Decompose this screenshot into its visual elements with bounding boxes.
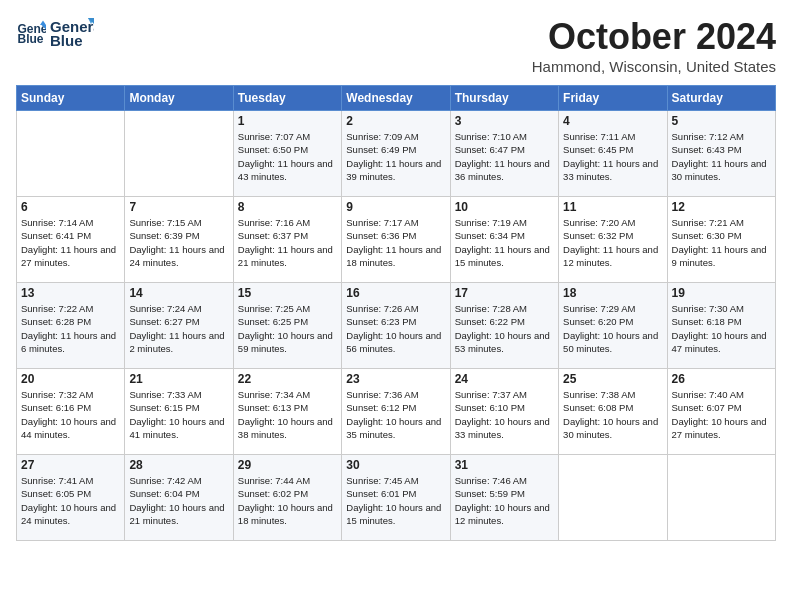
day-info: Sunrise: 7:20 AM Sunset: 6:32 PM Dayligh…: [563, 216, 662, 269]
day-info: Sunrise: 7:30 AM Sunset: 6:18 PM Dayligh…: [672, 302, 771, 355]
day-cell-2-0: 13Sunrise: 7:22 AM Sunset: 6:28 PM Dayli…: [17, 283, 125, 369]
day-info: Sunrise: 7:34 AM Sunset: 6:13 PM Dayligh…: [238, 388, 337, 441]
day-cell-3-2: 22Sunrise: 7:34 AM Sunset: 6:13 PM Dayli…: [233, 369, 341, 455]
day-cell-1-2: 8Sunrise: 7:16 AM Sunset: 6:37 PM Daylig…: [233, 197, 341, 283]
month-title: October 2024: [532, 16, 776, 58]
day-cell-3-1: 21Sunrise: 7:33 AM Sunset: 6:15 PM Dayli…: [125, 369, 233, 455]
week-row-1: 1Sunrise: 7:07 AM Sunset: 6:50 PM Daylig…: [17, 111, 776, 197]
day-cell-3-5: 25Sunrise: 7:38 AM Sunset: 6:08 PM Dayli…: [559, 369, 667, 455]
day-number: 2: [346, 114, 445, 128]
day-info: Sunrise: 7:11 AM Sunset: 6:45 PM Dayligh…: [563, 130, 662, 183]
day-info: Sunrise: 7:19 AM Sunset: 6:34 PM Dayligh…: [455, 216, 554, 269]
day-number: 4: [563, 114, 662, 128]
day-info: Sunrise: 7:32 AM Sunset: 6:16 PM Dayligh…: [21, 388, 120, 441]
day-info: Sunrise: 7:17 AM Sunset: 6:36 PM Dayligh…: [346, 216, 445, 269]
day-number: 1: [238, 114, 337, 128]
day-number: 26: [672, 372, 771, 386]
day-cell-0-1: [125, 111, 233, 197]
day-cell-1-4: 10Sunrise: 7:19 AM Sunset: 6:34 PM Dayli…: [450, 197, 558, 283]
day-number: 27: [21, 458, 120, 472]
logo: General Blue General Blue: [16, 16, 94, 52]
day-cell-1-1: 7Sunrise: 7:15 AM Sunset: 6:39 PM Daylig…: [125, 197, 233, 283]
day-number: 11: [563, 200, 662, 214]
day-number: 25: [563, 372, 662, 386]
day-cell-4-5: [559, 455, 667, 541]
day-number: 5: [672, 114, 771, 128]
day-number: 31: [455, 458, 554, 472]
day-cell-0-6: 5Sunrise: 7:12 AM Sunset: 6:43 PM Daylig…: [667, 111, 775, 197]
day-info: Sunrise: 7:21 AM Sunset: 6:30 PM Dayligh…: [672, 216, 771, 269]
day-info: Sunrise: 7:07 AM Sunset: 6:50 PM Dayligh…: [238, 130, 337, 183]
day-info: Sunrise: 7:46 AM Sunset: 5:59 PM Dayligh…: [455, 474, 554, 527]
header-thursday: Thursday: [450, 86, 558, 111]
day-cell-4-0: 27Sunrise: 7:41 AM Sunset: 6:05 PM Dayli…: [17, 455, 125, 541]
svg-text:Blue: Blue: [18, 32, 44, 46]
week-row-2: 6Sunrise: 7:14 AM Sunset: 6:41 PM Daylig…: [17, 197, 776, 283]
day-number: 14: [129, 286, 228, 300]
day-info: Sunrise: 7:41 AM Sunset: 6:05 PM Dayligh…: [21, 474, 120, 527]
day-info: Sunrise: 7:42 AM Sunset: 6:04 PM Dayligh…: [129, 474, 228, 527]
day-number: 3: [455, 114, 554, 128]
day-info: Sunrise: 7:37 AM Sunset: 6:10 PM Dayligh…: [455, 388, 554, 441]
day-info: Sunrise: 7:40 AM Sunset: 6:07 PM Dayligh…: [672, 388, 771, 441]
day-cell-1-0: 6Sunrise: 7:14 AM Sunset: 6:41 PM Daylig…: [17, 197, 125, 283]
day-number: 16: [346, 286, 445, 300]
day-cell-2-5: 18Sunrise: 7:29 AM Sunset: 6:20 PM Dayli…: [559, 283, 667, 369]
day-info: Sunrise: 7:45 AM Sunset: 6:01 PM Dayligh…: [346, 474, 445, 527]
day-number: 29: [238, 458, 337, 472]
day-cell-2-2: 15Sunrise: 7:25 AM Sunset: 6:25 PM Dayli…: [233, 283, 341, 369]
header-tuesday: Tuesday: [233, 86, 341, 111]
day-number: 8: [238, 200, 337, 214]
day-cell-3-0: 20Sunrise: 7:32 AM Sunset: 6:16 PM Dayli…: [17, 369, 125, 455]
day-number: 17: [455, 286, 554, 300]
day-cell-1-6: 12Sunrise: 7:21 AM Sunset: 6:30 PM Dayli…: [667, 197, 775, 283]
header-friday: Friday: [559, 86, 667, 111]
week-row-3: 13Sunrise: 7:22 AM Sunset: 6:28 PM Dayli…: [17, 283, 776, 369]
day-info: Sunrise: 7:10 AM Sunset: 6:47 PM Dayligh…: [455, 130, 554, 183]
day-cell-3-6: 26Sunrise: 7:40 AM Sunset: 6:07 PM Dayli…: [667, 369, 775, 455]
header-wednesday: Wednesday: [342, 86, 450, 111]
logo-graphic: General Blue: [50, 16, 94, 52]
day-number: 15: [238, 286, 337, 300]
day-info: Sunrise: 7:26 AM Sunset: 6:23 PM Dayligh…: [346, 302, 445, 355]
day-cell-0-0: [17, 111, 125, 197]
day-cell-3-4: 24Sunrise: 7:37 AM Sunset: 6:10 PM Dayli…: [450, 369, 558, 455]
day-cell-2-1: 14Sunrise: 7:24 AM Sunset: 6:27 PM Dayli…: [125, 283, 233, 369]
day-cell-0-4: 3Sunrise: 7:10 AM Sunset: 6:47 PM Daylig…: [450, 111, 558, 197]
svg-text:Blue: Blue: [50, 32, 83, 49]
header-sunday: Sunday: [17, 86, 125, 111]
day-number: 23: [346, 372, 445, 386]
title-area: October 2024 Hammond, Wisconsin, United …: [532, 16, 776, 75]
day-number: 18: [563, 286, 662, 300]
day-cell-4-6: [667, 455, 775, 541]
day-cell-0-3: 2Sunrise: 7:09 AM Sunset: 6:49 PM Daylig…: [342, 111, 450, 197]
day-number: 21: [129, 372, 228, 386]
day-cell-0-2: 1Sunrise: 7:07 AM Sunset: 6:50 PM Daylig…: [233, 111, 341, 197]
day-info: Sunrise: 7:24 AM Sunset: 6:27 PM Dayligh…: [129, 302, 228, 355]
day-info: Sunrise: 7:14 AM Sunset: 6:41 PM Dayligh…: [21, 216, 120, 269]
day-cell-4-3: 30Sunrise: 7:45 AM Sunset: 6:01 PM Dayli…: [342, 455, 450, 541]
header-monday: Monday: [125, 86, 233, 111]
day-number: 13: [21, 286, 120, 300]
day-number: 9: [346, 200, 445, 214]
day-number: 28: [129, 458, 228, 472]
day-info: Sunrise: 7:38 AM Sunset: 6:08 PM Dayligh…: [563, 388, 662, 441]
day-cell-3-3: 23Sunrise: 7:36 AM Sunset: 6:12 PM Dayli…: [342, 369, 450, 455]
week-row-4: 20Sunrise: 7:32 AM Sunset: 6:16 PM Dayli…: [17, 369, 776, 455]
day-number: 10: [455, 200, 554, 214]
day-cell-0-5: 4Sunrise: 7:11 AM Sunset: 6:45 PM Daylig…: [559, 111, 667, 197]
day-info: Sunrise: 7:44 AM Sunset: 6:02 PM Dayligh…: [238, 474, 337, 527]
day-number: 22: [238, 372, 337, 386]
day-number: 20: [21, 372, 120, 386]
day-info: Sunrise: 7:15 AM Sunset: 6:39 PM Dayligh…: [129, 216, 228, 269]
day-number: 6: [21, 200, 120, 214]
day-number: 24: [455, 372, 554, 386]
day-info: Sunrise: 7:12 AM Sunset: 6:43 PM Dayligh…: [672, 130, 771, 183]
day-cell-1-5: 11Sunrise: 7:20 AM Sunset: 6:32 PM Dayli…: [559, 197, 667, 283]
calendar-header-row: Sunday Monday Tuesday Wednesday Thursday…: [17, 86, 776, 111]
header-saturday: Saturday: [667, 86, 775, 111]
logo-icon: General Blue: [16, 19, 46, 49]
day-cell-4-1: 28Sunrise: 7:42 AM Sunset: 6:04 PM Dayli…: [125, 455, 233, 541]
day-info: Sunrise: 7:28 AM Sunset: 6:22 PM Dayligh…: [455, 302, 554, 355]
day-info: Sunrise: 7:22 AM Sunset: 6:28 PM Dayligh…: [21, 302, 120, 355]
